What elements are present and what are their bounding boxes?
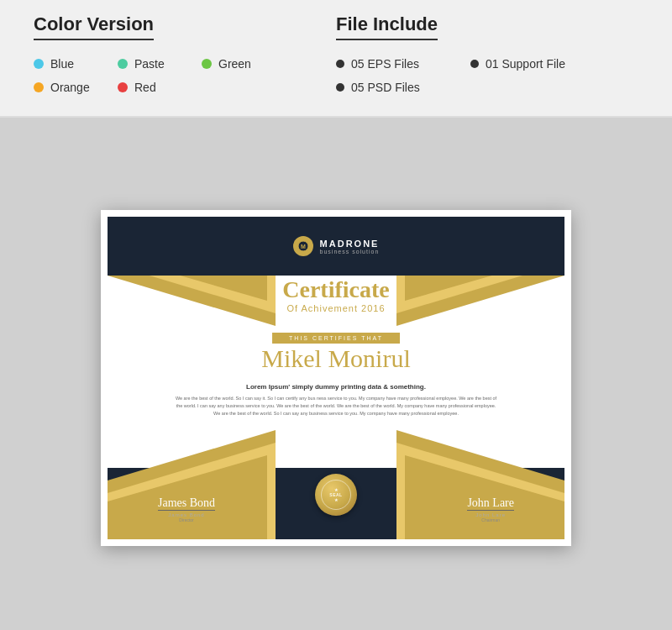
color-item-red: Red [118, 76, 202, 99]
color-item-paste: Paste [118, 52, 202, 76]
cert-sig-role-left: Director [158, 517, 215, 522]
cert-sig-name-right: John Lare [467, 496, 514, 510]
cert-sig-role-right: Chairman [467, 517, 514, 522]
certificate-frame: M MADRONE business solution [101, 210, 571, 546]
red-dot [118, 82, 128, 92]
cert-seal: ★SEAL★ [315, 474, 357, 516]
cert-seal-circle: ★SEAL★ [315, 474, 357, 516]
cert-sig-title-right: John Lare [467, 510, 514, 517]
file-label-psd: 05 PSD Files [351, 81, 420, 94]
cert-sig-title-left: James Bond [158, 510, 215, 517]
file-item-support: 01 Support File [470, 52, 605, 76]
paste-dot [118, 59, 128, 69]
cert-certifies-banner: THIS CERTIFIES THAT [272, 333, 400, 344]
color-label-red: Red [134, 81, 156, 94]
file-item-psd: 05 PSD Files [336, 76, 470, 99]
bullet-psd [336, 83, 344, 92]
color-version-section: Color Version Blue Paste Green Orange Re… [34, 13, 336, 99]
bullet-eps [336, 60, 344, 68]
color-item-blue: Blue [34, 52, 118, 76]
color-label-blue: Blue [50, 57, 74, 71]
cert-sig-left: James Bond James Bond Director [158, 496, 215, 522]
color-grid: Blue Paste Green Orange Red [34, 52, 336, 99]
file-include-section: File Include 05 EPS Files 01 Support Fil… [336, 13, 638, 99]
file-label-support: 01 Support File [486, 57, 565, 71]
orange-dot [34, 82, 44, 92]
file-list: 05 EPS Files 01 Support File 05 PSD File… [336, 52, 638, 99]
cert-title-sub: Of Achivement 2016 [108, 303, 564, 313]
green-dot [202, 59, 212, 69]
color-version-title: Color Version [34, 13, 154, 40]
color-item-green: Green [202, 52, 286, 76]
blue-dot [34, 59, 44, 69]
file-include-title: File Include [336, 13, 438, 40]
cert-seal-text: ★SEAL★ [329, 487, 342, 502]
cert-title-area: Certificate Of Achivement 2016 [108, 277, 564, 313]
cert-desc-title: Lorem Ipsum' simply dummy printing data … [108, 383, 564, 391]
color-item-orange: Orange [34, 76, 118, 99]
file-label-eps: 05 EPS Files [351, 57, 419, 71]
cert-brand-name: MADRONE [320, 239, 380, 249]
certificate-area: M MADRONE business solution [0, 118, 672, 630]
cert-sig-right: John Lare John Lare Chairman [467, 496, 514, 522]
cert-title-main: Certificate [108, 277, 564, 303]
info-bar: Color Version Blue Paste Green Orange Re… [0, 0, 672, 118]
stripe-bottom-right [396, 430, 564, 539]
bullet-support [470, 60, 479, 68]
stripe-bottom-left [108, 430, 276, 539]
cert-desc-text: We are the best of the world. So I can s… [175, 395, 497, 417]
cert-brand-sub: business solution [320, 249, 380, 255]
certificate-inner: M MADRONE business solution [108, 217, 564, 539]
file-item-eps: 05 EPS Files [336, 52, 470, 76]
cert-brand-info: MADRONE business solution [320, 239, 380, 255]
cert-header: M MADRONE business solution [108, 217, 564, 276]
cert-recipient-name: Mikel Monirul [108, 344, 564, 373]
cert-logo-icon: M [293, 236, 313, 256]
svg-text:M: M [301, 244, 306, 249]
cert-sig-name-left: James Bond [158, 496, 215, 510]
cert-logo-area: M MADRONE business solution [293, 236, 380, 256]
color-label-paste: Paste [134, 57, 165, 71]
color-label-orange: Orange [50, 81, 90, 94]
cert-seal-inner: ★SEAL★ [321, 480, 351, 510]
color-label-green: Green [218, 57, 251, 71]
